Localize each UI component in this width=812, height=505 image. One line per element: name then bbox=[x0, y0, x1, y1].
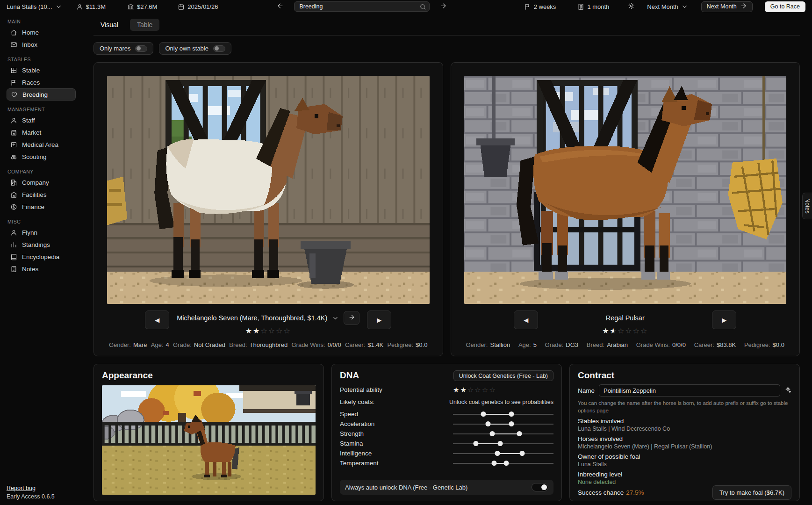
sidebar-item-staff[interactable]: Staff bbox=[7, 114, 76, 126]
calendar-icon bbox=[178, 3, 185, 10]
notes-side-tab[interactable]: Notes bbox=[802, 193, 812, 219]
filter-only-own-stable[interactable]: Only own stable bbox=[159, 42, 231, 55]
unlock-coat-genetics-button[interactable]: Unlock Coat Genetics (Free - Lab) bbox=[453, 370, 553, 381]
search-input[interactable] bbox=[294, 1, 430, 12]
horse-stat: Grade:DG3 bbox=[545, 341, 578, 348]
slider-knob-high[interactable] bbox=[509, 421, 514, 426]
dna-slider-temperament[interactable] bbox=[453, 460, 553, 467]
note-icon bbox=[10, 266, 18, 273]
filter-toggle[interactable] bbox=[213, 45, 225, 52]
sidebar-item-label: Standings bbox=[22, 241, 50, 248]
dna-slider-label: Speed bbox=[340, 411, 358, 418]
dna-slider-speed[interactable] bbox=[453, 411, 553, 418]
sidebar-item-breeding[interactable]: Breeding bbox=[7, 88, 76, 101]
sidebar-item-label: Inbox bbox=[22, 41, 37, 48]
sidebar-item-inbox[interactable]: Inbox bbox=[7, 38, 76, 50]
gear-icon bbox=[628, 2, 635, 11]
report-bug-link[interactable]: Report bug bbox=[7, 484, 76, 493]
dna-slider-intelligence[interactable] bbox=[453, 450, 553, 457]
go-to-race-button[interactable]: Go to Race bbox=[765, 1, 805, 12]
slider-knob-low[interactable] bbox=[486, 421, 491, 426]
dna-sliders: SpeedAccelerationStrengthStaminaIntellig… bbox=[340, 409, 553, 468]
slider-knob-high[interactable] bbox=[509, 411, 514, 417]
version-label: Early Access 0.6.5 bbox=[7, 492, 76, 501]
mare-next-button[interactable]: ▶ bbox=[367, 310, 391, 329]
stallion-card: ◀ Regal Pulsar ☆☆☆☆☆☆★★★★★★ ▶ Gender:Sta… bbox=[451, 62, 800, 356]
tab-visual[interactable]: Visual bbox=[93, 19, 125, 31]
slider-knob-low[interactable] bbox=[495, 451, 500, 456]
mare-name[interactable]: Michelangelo Seven (Mare, Thoroughbred, … bbox=[177, 314, 327, 322]
sidebar-item-label: Stable bbox=[22, 67, 40, 74]
success-chance-value: 27.5% bbox=[626, 489, 644, 496]
horse-stat: Pedigree:$0.0 bbox=[387, 341, 427, 348]
slider-knob-low[interactable] bbox=[481, 411, 486, 417]
stable-selector[interactable]: Luna Stalls (10... bbox=[7, 3, 62, 10]
chevron-down-icon[interactable] bbox=[332, 315, 339, 322]
sidebar-item-flynn[interactable]: Flynn bbox=[7, 226, 76, 238]
home-icon bbox=[10, 29, 18, 36]
dna-slider-stamina[interactable] bbox=[453, 440, 553, 447]
slider-knob-low[interactable] bbox=[492, 461, 497, 466]
contract-title: Contract bbox=[578, 370, 791, 381]
sidebar-item-home[interactable]: Home bbox=[7, 26, 76, 38]
stallion-photo bbox=[464, 76, 787, 304]
sidebar-item-finance[interactable]: Finance bbox=[7, 201, 76, 213]
sidebar-item-scouting[interactable]: Scouting bbox=[7, 151, 76, 163]
nav-forward-button[interactable] bbox=[440, 2, 447, 11]
dna-slider-label: Acceleration bbox=[340, 420, 374, 427]
sidebar-item-notes[interactable]: Notes bbox=[7, 263, 76, 275]
arrow-right-icon bbox=[440, 2, 447, 11]
foal-name-input[interactable] bbox=[599, 384, 780, 397]
sidebar-item-medical-area[interactable]: Medical Area bbox=[7, 138, 76, 151]
stallion-next-button[interactable]: ▶ bbox=[712, 310, 736, 329]
foal-illustration bbox=[102, 385, 316, 495]
horse-stat: Gender:Mare bbox=[109, 341, 147, 348]
try-to-make-foal-button[interactable]: Try to make foal ($6.7K) bbox=[712, 485, 791, 500]
slider-knob-low[interactable] bbox=[489, 431, 495, 436]
stable-selector-label: Luna Stalls (10... bbox=[7, 3, 52, 10]
next-month-button[interactable]: Next Month bbox=[701, 1, 753, 12]
appearance-panel: Appearance bbox=[93, 364, 324, 501]
likely-coats-label: Likely coats: bbox=[340, 398, 374, 405]
random-name-button[interactable] bbox=[784, 386, 791, 395]
horse-stat: Age:5 bbox=[518, 341, 537, 348]
slider-knob-high[interactable] bbox=[498, 441, 503, 446]
sidebar-item-encyclopedia[interactable]: Encyclopedia bbox=[7, 251, 76, 263]
app-window: Luna Stalls (10... $11.3M $27.6M 2025/01… bbox=[0, 0, 812, 505]
slider-knob-high[interactable] bbox=[520, 451, 525, 456]
dna-slider-row-intelligence: Intelligence bbox=[340, 448, 553, 458]
mare-star-rating: ☆☆☆☆☆☆★★★★★★ bbox=[245, 327, 291, 335]
dna-slider-acceleration[interactable] bbox=[453, 420, 553, 428]
slider-knob-high[interactable] bbox=[503, 461, 509, 466]
sidebar-item-stable[interactable]: Stable bbox=[7, 64, 76, 76]
slider-knob-low[interactable] bbox=[474, 441, 479, 446]
chart-icon bbox=[10, 241, 18, 248]
filter-only-mares[interactable]: Only mares bbox=[93, 42, 153, 55]
sidebar-item-races[interactable]: Races bbox=[7, 76, 76, 88]
horse-stat: Breed:Arabian bbox=[587, 341, 628, 348]
race-countdown-value: 2 weeks bbox=[534, 3, 556, 10]
dna-panel: DNA Unlock Coat Genetics (Free - Lab) Po… bbox=[331, 364, 562, 501]
month-countdown: 1 month bbox=[577, 3, 609, 10]
tab-table[interactable]: Table bbox=[130, 19, 159, 31]
sidebar-item-company[interactable]: Company bbox=[7, 176, 76, 188]
dna-slider-row-acceleration: Acceleration bbox=[340, 419, 553, 429]
next-month-select[interactable]: Next Month bbox=[647, 3, 688, 10]
sidebar-item-standings[interactable]: Standings bbox=[7, 238, 76, 251]
settings-button[interactable] bbox=[628, 2, 635, 11]
stallion-star-rating: ☆☆☆☆☆☆★★★★★★ bbox=[602, 327, 648, 335]
filter-toggle[interactable] bbox=[135, 45, 147, 52]
open-mare-button[interactable] bbox=[344, 311, 359, 325]
mare-prev-button[interactable]: ◀ bbox=[145, 310, 169, 329]
dna-slider-strength[interactable] bbox=[453, 430, 553, 438]
nav-back-button[interactable] bbox=[277, 2, 284, 11]
sidebar-item-market[interactable]: Market bbox=[7, 126, 76, 138]
slider-knob-high[interactable] bbox=[517, 431, 522, 436]
auto-unlock-dna-toggle[interactable] bbox=[532, 483, 548, 491]
sidebar-item-facilities[interactable]: Facilities bbox=[7, 188, 76, 201]
auto-unlock-dna-label: Always auto unlock DNA (Free - Genetic L… bbox=[345, 484, 467, 491]
sidebar-nav: MAINHomeInboxSTABLESStableRacesBreedingM… bbox=[7, 17, 76, 275]
search-icon bbox=[419, 3, 426, 12]
stallion-prev-button[interactable]: ◀ bbox=[514, 310, 538, 329]
binoculars-icon bbox=[10, 153, 18, 160]
